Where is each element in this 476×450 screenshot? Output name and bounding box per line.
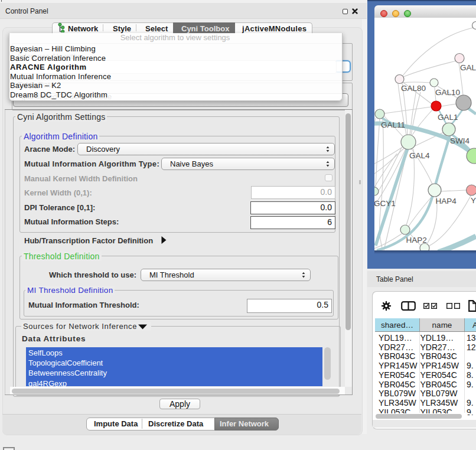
svg-text:Y: Y	[471, 196, 476, 205]
svg-text:SWI4: SWI4	[450, 136, 470, 145]
svg-text:GAL7: GAL7	[460, 63, 476, 72]
svg-text:GCY1: GCY1	[374, 199, 396, 208]
svg-text:GAL80: GAL80	[401, 84, 426, 93]
svg-text:GAL10: GAL10	[435, 88, 460, 97]
svg-text:GAL11: GAL11	[381, 120, 405, 129]
svg-text:GAL4: GAL4	[409, 151, 430, 160]
svg-text:HAP2: HAP2	[406, 236, 427, 244]
svg-text:HAP4: HAP4	[436, 197, 457, 206]
svg-text:GAL1: GAL1	[438, 113, 458, 122]
